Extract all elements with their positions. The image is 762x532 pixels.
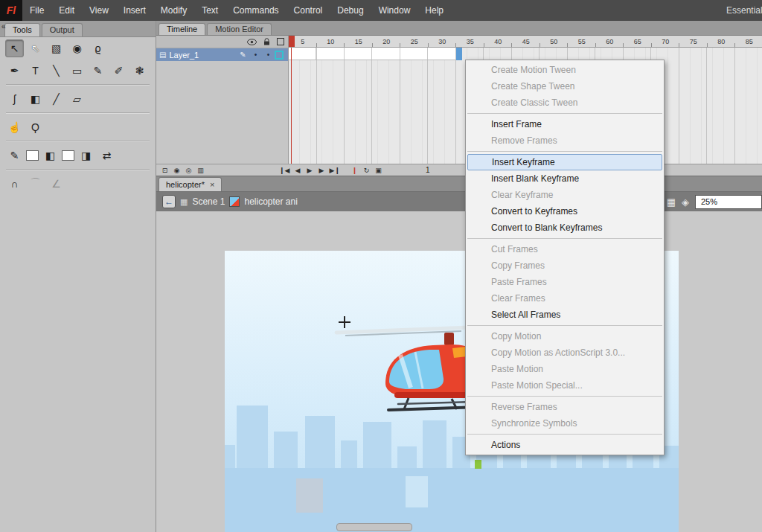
step-forward-button[interactable]: ▶ [316,165,327,176]
edit-scene-button[interactable]: ▦ [667,196,676,208]
document-tab[interactable]: helicopter* × [159,177,222,191]
step-back-button[interactable]: ◀ [292,165,303,176]
line-tool[interactable]: ╲ [47,62,65,80]
onion-skin-outlines-button[interactable]: ◎ [183,165,194,176]
back-button[interactable]: ← [162,195,176,208]
layer-outline-color-swatch[interactable] [275,51,284,60]
straighten-button[interactable]: ∠ [47,175,65,193]
zoom-level-input[interactable]: 25% [695,195,762,209]
symbol-breadcrumb[interactable]: helicopter ani [244,196,297,207]
frame-ruler[interactable]: 510152025303540455055606570758085 [289,36,762,48]
modify-onion-markers-button[interactable]: ▣ [373,165,384,176]
edit-multiple-frames-button[interactable]: ▥ [195,165,206,176]
swap-colors-button[interactable]: ⇄ [97,147,116,164]
context-menu-item[interactable]: Select All Frames [466,307,664,323]
layer-visibility-dot[interactable]: • [249,51,262,59]
menubar-item[interactable]: Control [286,0,330,21]
context-menu-item[interactable]: Convert to Blank Keyframes [466,219,664,236]
horizontal-scrollbar-thumb[interactable] [336,523,412,531]
context-menu-item[interactable]: Insert Frame [466,116,664,132]
panel-tab[interactable]: Tools [4,23,40,36]
fill-color-control[interactable]: ◧ [41,147,60,164]
context-menu-item[interactable]: Copy Frames [466,257,664,274]
context-menu-item[interactable]: Reverse Frames [466,399,664,415]
brush-tool[interactable]: ✐ [109,62,128,80]
zoom-tool[interactable]: Ϙ [26,118,45,136]
lock-column-icon[interactable] [263,38,270,45]
snap-to-objects-button[interactable]: ∩ [5,175,24,193]
context-menu-item[interactable]: Create Classic Tween [466,94,664,111]
fill-color-swatch[interactable] [62,150,74,161]
timeline-tab[interactable]: Timeline [159,23,205,35]
menubar-item[interactable]: Edit [51,0,82,21]
go-to-first-frame-button[interactable]: ❙◀ [278,165,291,176]
collapse-panel-icon[interactable]: « [0,22,7,31]
layer-row[interactable]: ▤ Layer_1 ✎ • • [156,48,288,61]
selection-tool[interactable]: ↖ [5,39,24,57]
context-menu-item[interactable]: Copy Motion [466,328,664,344]
layer-frames-strip[interactable] [289,48,456,60]
eyedropper-tool[interactable]: ╱ [47,90,65,108]
menubar-item[interactable]: Text [194,0,225,21]
context-menu-item[interactable]: Insert Blank Keyframe [466,170,664,187]
hand-tool[interactable]: ☝ [5,118,24,136]
center-frame-button[interactable]: ⊡ [159,165,170,176]
pen-tool[interactable]: ✒ [5,62,24,80]
workspace-switcher[interactable]: Essentials [726,5,762,16]
context-menu-item[interactable]: Clear Keyframe [466,187,664,203]
playhead-marker[interactable] [289,36,295,47]
menubar-item[interactable]: Window [371,0,418,21]
stroke-color-control[interactable]: ✎ [5,147,24,164]
playhead-marker-icon[interactable]: ❙ [349,165,360,176]
bone-tool[interactable]: ʃ [5,90,24,108]
stroke-color-swatch[interactable] [26,150,39,161]
context-menu-item[interactable]: Create Motion Tween [466,62,664,78]
scene-breadcrumb[interactable]: Scene 1 [192,196,225,207]
smooth-button[interactable]: ⌒ [26,175,45,193]
loop-button[interactable]: ↻ [361,165,372,176]
deco-tool[interactable]: ❃ [130,62,149,80]
selected-frame[interactable] [456,48,462,60]
context-menu-item[interactable]: Paste Motion [466,361,664,377]
menubar-item[interactable]: Modify [153,0,194,21]
play-button[interactable]: ▶ [304,165,315,176]
layer-name[interactable]: Layer_1 [169,51,199,60]
outline-column-icon[interactable] [277,38,284,45]
context-menu-item[interactable]: Actions [466,437,664,453]
free-transform-tool[interactable]: ▧ [47,39,65,57]
menubar-item[interactable]: Commands [225,0,286,21]
close-document-icon[interactable]: × [210,180,214,189]
layer-lock-dot[interactable]: • [262,51,275,59]
context-menu-item[interactable]: Insert Keyframe [467,154,662,170]
menubar-item[interactable]: Debug [330,0,371,21]
menubar-item[interactable]: Help [417,0,451,21]
eraser-tool[interactable]: ▱ [68,90,86,108]
show-hide-column-icon[interactable] [247,39,257,45]
rectangle-tool[interactable]: ▭ [68,62,86,80]
go-to-last-frame-button[interactable]: ▶❙ [327,165,341,176]
lasso-tool[interactable]: ϱ [89,39,107,57]
menubar-item[interactable]: File [22,0,51,21]
context-menu-item[interactable]: Paste Motion Special... [466,377,664,394]
context-menu-item[interactable]: Copy Motion as ActionScript 3.0... [466,344,664,361]
paint-bucket-tool[interactable]: ◧ [26,90,45,108]
text-tool[interactable]: T [26,62,45,80]
pencil-tool[interactable]: ✎ [89,62,107,80]
context-menu-item[interactable]: Create Shape Tween [466,78,664,94]
context-menu-item[interactable]: Remove Frames [466,132,664,149]
context-menu-item[interactable]: Convert to Keyframes [466,203,664,219]
menubar-item[interactable]: View [82,0,116,21]
context-menu-item[interactable]: Paste Frames [466,274,664,290]
menubar-item[interactable]: Insert [116,0,153,21]
black-and-white-button[interactable]: ◨ [77,147,95,164]
onion-skin-button[interactable]: ◉ [171,165,182,176]
3d-rotation-tool[interactable]: ◉ [68,39,86,57]
subselection-tool[interactable]: ⇖ [26,39,45,57]
context-menu-item[interactable]: Cut Frames [466,241,664,257]
context-menu-item[interactable]: Clear Frames [466,290,664,307]
panel-tab[interactable]: Output [42,23,83,36]
edit-symbols-button[interactable]: ◈ [682,196,689,208]
timeline-tab[interactable]: Motion Editor [207,23,272,35]
pasteboard[interactable] [156,211,762,532]
context-menu-item[interactable]: Synchronize Symbols [466,415,664,432]
